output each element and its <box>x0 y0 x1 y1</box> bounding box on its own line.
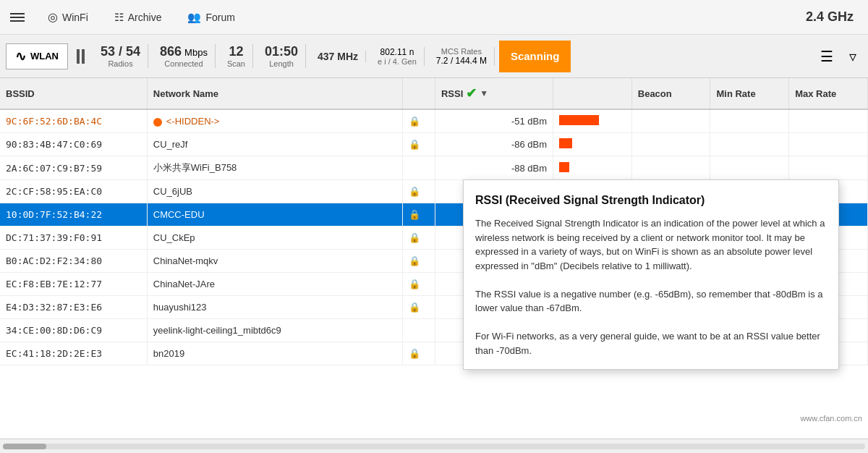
cell-network-name: CU_reJf <box>147 133 402 156</box>
lock-icon: 🔒 <box>409 232 420 243</box>
cell-bssid: EC:F8:EB:7E:12:77 <box>0 273 147 296</box>
winfi-menu-item[interactable]: ◎ WinFi <box>42 7 94 27</box>
cell-network-name: yeelink-light-ceiling1_mibtd6c9 <box>147 319 402 342</box>
frequency-display: 2.4 GHz <box>806 9 854 25</box>
cell-network-name: CU_CkEp <box>147 226 402 250</box>
table-row[interactable]: 90:83:4B:47:C0:69CU_reJf🔒-86 dBm <box>0 133 868 156</box>
cell-lock: 🔒 <box>403 342 435 365</box>
dot-indicator <box>153 118 162 127</box>
col-rssi[interactable]: RSSI ✔ ▼ <box>435 78 553 109</box>
tooltip-title: RSSI (Received Signal Strength Indicator… <box>475 192 827 209</box>
scanning-button[interactable]: Scanning <box>499 41 571 72</box>
speed-value: 866 <box>160 44 182 59</box>
cell-bssid: 10:0D:7F:52:B4:22 <box>0 203 147 226</box>
cell-lock: 🔒 <box>403 226 435 250</box>
rssi-check-icon: ✔ <box>466 85 477 101</box>
sort-down-icon[interactable]: ▼ <box>480 88 488 98</box>
filter-icon[interactable]: ▿ <box>843 45 862 68</box>
watermark: www.cfan.com.cn <box>800 414 862 423</box>
tooltip-text: The Received Signal Strength Indicator i… <box>475 216 827 357</box>
lock-icon: 🔒 <box>409 116 420 127</box>
lock-icon: 🔒 <box>409 302 420 313</box>
scroll-track[interactable] <box>3 444 865 449</box>
rssi-bar-visual <box>559 115 599 125</box>
table-row[interactable]: 9C:6F:52:6D:BA:4C<-HIDDEN->🔒-51 dBm <box>0 109 868 133</box>
lock-icon: 🔒 <box>409 209 420 220</box>
cell-bssid: 2C:CF:58:95:EA:C0 <box>0 180 147 203</box>
col-max-rate[interactable]: Max Rate <box>789 78 868 109</box>
cell-rssi-bar <box>553 156 632 180</box>
table-header-row: BSSID Network Name RSSI ✔ ▼ Beacon Min R… <box>0 78 868 109</box>
table-row[interactable]: 2A:6C:07:C9:B7:59小米共享WiFi_B758-88 dBm <box>0 156 868 180</box>
radio-icon: ◎ <box>48 10 58 24</box>
scanning-label: Scanning <box>511 50 560 62</box>
cell-network-name: CU_6jUB <box>147 180 402 203</box>
cell-bssid: EC:41:18:2D:2E:E3 <box>0 342 147 365</box>
cell-lock: 🔒 <box>403 180 435 203</box>
forum-menu-item[interactable]: 👥 Forum <box>182 8 240 27</box>
pause-button[interactable] <box>72 45 89 68</box>
wifi-icon: ∿ <box>15 48 26 64</box>
archive-menu-item[interactable]: ☷ Archive <box>109 8 168 27</box>
cell-rssi-value: -51 dBm <box>435 109 553 133</box>
col-network-name[interactable]: Network Name <box>147 78 402 109</box>
cell-max-rate <box>789 133 868 156</box>
cell-network-name: 小米共享WiFi_B758 <box>147 156 402 180</box>
cell-max-rate <box>789 156 868 180</box>
lock-icon: 🔒 <box>409 279 420 289</box>
radios-label: Radios <box>108 59 132 68</box>
col-min-rate[interactable]: Min Rate <box>710 78 789 109</box>
col-rssi-bar <box>553 78 632 109</box>
columns-icon[interactable]: ☰ <box>814 45 839 68</box>
col-beacon[interactable]: Beacon <box>631 78 710 109</box>
cell-network-name: CMCC-EDU <box>147 203 402 226</box>
cell-lock: 🔒 <box>403 296 435 319</box>
wlan-label: WLAN <box>30 51 59 62</box>
standard-value: 802.11 n <box>380 47 414 57</box>
titlebar: ◎ WinFi ☷ Archive 👥 Forum 2.4 GHz <box>0 0 868 35</box>
mcs-stat: MCS Rates 7.2 / 144.4 M <box>429 47 495 66</box>
scan-stat: 12 Scan <box>220 44 253 68</box>
hamburger-menu[interactable] <box>7 10 27 25</box>
forum-icon: 👥 <box>187 11 201 24</box>
mcs-value: 7.2 / 144.4 M <box>436 56 487 66</box>
length-value: 01:50 <box>265 44 298 59</box>
col-lock <box>403 78 435 109</box>
cell-lock: 🔒 <box>403 203 435 226</box>
cell-lock: 🔒 <box>403 133 435 156</box>
freq-stat: 437 MHz <box>310 51 366 62</box>
rssi-header-text: RSSI <box>441 88 463 99</box>
cell-lock <box>403 319 435 342</box>
cell-min-rate <box>710 109 789 133</box>
standard-extra: e i / 4. Gen <box>378 57 417 66</box>
cell-beacon <box>631 133 710 156</box>
speed-label: Connected <box>164 59 203 68</box>
forum-label: Forum <box>205 12 234 23</box>
rssi-tooltip: RSSI (Received Signal Strength Indicator… <box>463 179 839 370</box>
cell-bssid: 34:CE:00:8D:D6:C9 <box>0 319 147 342</box>
cell-network-name: huayushi123 <box>147 296 402 319</box>
cell-beacon <box>631 109 710 133</box>
horizontal-scrollbar[interactable] <box>0 439 868 453</box>
scan-value: 12 <box>229 44 243 59</box>
scroll-thumb[interactable] <box>3 444 46 449</box>
cell-min-rate <box>710 133 789 156</box>
cell-network-name: ChinaNet-mqkv <box>147 250 402 273</box>
col-bssid[interactable]: BSSID <box>0 78 147 109</box>
speed-stat: 866 Mbps Connected <box>153 44 216 68</box>
length-label: Length <box>269 59 294 68</box>
archive-icon: ☷ <box>114 11 124 24</box>
winfi-label: WinFi <box>62 12 88 23</box>
cell-max-rate <box>789 109 868 133</box>
rssi-bar-visual <box>559 138 572 148</box>
wlan-button[interactable]: ∿ WLAN <box>6 43 68 69</box>
cell-lock <box>403 156 435 180</box>
archive-label: Archive <box>128 12 162 23</box>
cell-lock: 🔒 <box>403 250 435 273</box>
cell-bssid: 90:83:4B:47:C0:69 <box>0 133 147 156</box>
cell-lock: 🔒 <box>403 273 435 296</box>
cell-lock: 🔒 <box>403 109 435 133</box>
cell-network-name: <-HIDDEN-> <box>147 109 402 133</box>
freq-value: 437 MHz <box>318 51 358 62</box>
scan-label: Scan <box>227 59 245 68</box>
